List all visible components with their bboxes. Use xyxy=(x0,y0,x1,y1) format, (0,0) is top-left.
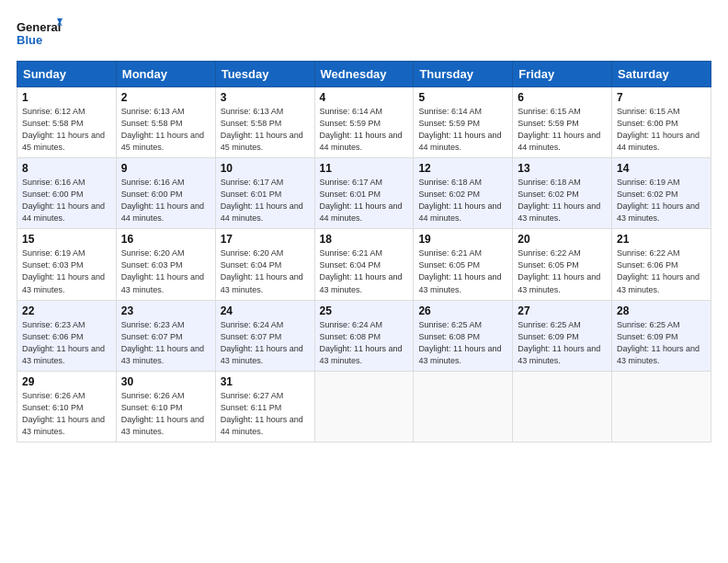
day-info: Sunrise: 6:24 AM Sunset: 6:07 PM Dayligh… xyxy=(221,319,310,367)
calendar-week-row: 15 Sunrise: 6:19 AM Sunset: 6:03 PM Dayl… xyxy=(17,229,711,300)
day-number: 7 xyxy=(617,91,706,104)
day-info: Sunrise: 6:19 AM Sunset: 6:03 PM Dayligh… xyxy=(22,247,111,295)
day-number: 19 xyxy=(418,233,507,246)
calendar-day-cell: 24 Sunrise: 6:24 AM Sunset: 6:07 PM Dayl… xyxy=(215,300,314,371)
day-number: 15 xyxy=(22,233,111,246)
calendar-day-cell: 7 Sunrise: 6:15 AM Sunset: 6:00 PM Dayli… xyxy=(612,87,711,158)
day-info: Sunrise: 6:21 AM Sunset: 6:04 PM Dayligh… xyxy=(320,247,409,295)
day-number: 12 xyxy=(418,162,507,175)
day-number: 16 xyxy=(121,233,210,246)
calendar-day-cell: 19 Sunrise: 6:21 AM Sunset: 6:05 PM Dayl… xyxy=(414,229,513,300)
calendar-day-cell: 31 Sunrise: 6:27 AM Sunset: 6:11 PM Dayl… xyxy=(215,371,314,442)
calendar-header-cell: Friday xyxy=(513,62,612,87)
day-number: 17 xyxy=(221,233,310,246)
day-info: Sunrise: 6:18 AM Sunset: 6:02 PM Dayligh… xyxy=(518,177,607,224)
calendar-day-cell xyxy=(513,371,612,442)
calendar-header-cell: Sunday xyxy=(17,62,117,87)
calendar-day-cell: 30 Sunrise: 6:26 AM Sunset: 6:10 PM Dayl… xyxy=(116,371,215,442)
day-info: Sunrise: 6:17 AM Sunset: 6:01 PM Dayligh… xyxy=(320,177,409,224)
day-number: 24 xyxy=(221,304,310,317)
calendar-header-cell: Wednesday xyxy=(314,62,414,87)
day-info: Sunrise: 6:16 AM Sunset: 6:00 PM Dayligh… xyxy=(22,177,111,224)
calendar-day-cell: 9 Sunrise: 6:16 AM Sunset: 6:00 PM Dayli… xyxy=(116,158,215,229)
calendar-day-cell xyxy=(414,371,513,442)
day-number: 4 xyxy=(320,91,409,104)
day-number: 10 xyxy=(221,162,310,175)
day-number: 13 xyxy=(518,162,607,175)
day-info: Sunrise: 6:17 AM Sunset: 6:01 PM Dayligh… xyxy=(221,177,310,224)
day-number: 14 xyxy=(617,162,706,175)
calendar-day-cell: 16 Sunrise: 6:20 AM Sunset: 6:03 PM Dayl… xyxy=(116,229,215,300)
svg-text:Blue: Blue xyxy=(17,33,42,47)
day-info: Sunrise: 6:25 AM Sunset: 6:08 PM Dayligh… xyxy=(418,319,507,367)
day-info: Sunrise: 6:26 AM Sunset: 6:10 PM Dayligh… xyxy=(22,390,111,438)
calendar-day-cell: 25 Sunrise: 6:24 AM Sunset: 6:08 PM Dayl… xyxy=(314,300,414,371)
day-info: Sunrise: 6:19 AM Sunset: 6:02 PM Dayligh… xyxy=(617,177,706,224)
day-info: Sunrise: 6:26 AM Sunset: 6:10 PM Dayligh… xyxy=(121,390,210,438)
calendar-day-cell: 5 Sunrise: 6:14 AM Sunset: 5:59 PM Dayli… xyxy=(414,87,513,158)
svg-text:General: General xyxy=(17,20,61,34)
header: General Blue xyxy=(17,17,711,52)
day-info: Sunrise: 6:15 AM Sunset: 5:59 PM Dayligh… xyxy=(518,106,607,154)
day-number: 1 xyxy=(22,91,111,104)
calendar-day-cell: 3 Sunrise: 6:13 AM Sunset: 5:58 PM Dayli… xyxy=(215,87,314,158)
calendar-day-cell: 22 Sunrise: 6:23 AM Sunset: 6:06 PM Dayl… xyxy=(17,300,117,371)
day-info: Sunrise: 6:21 AM Sunset: 6:05 PM Dayligh… xyxy=(418,247,507,295)
calendar-day-cell: 29 Sunrise: 6:26 AM Sunset: 6:10 PM Dayl… xyxy=(17,371,117,442)
day-info: Sunrise: 6:13 AM Sunset: 5:58 PM Dayligh… xyxy=(121,106,210,154)
day-number: 23 xyxy=(121,304,210,317)
day-info: Sunrise: 6:20 AM Sunset: 6:03 PM Dayligh… xyxy=(121,247,210,295)
calendar-day-cell: 6 Sunrise: 6:15 AM Sunset: 5:59 PM Dayli… xyxy=(513,87,612,158)
calendar-day-cell: 1 Sunrise: 6:12 AM Sunset: 5:58 PM Dayli… xyxy=(17,87,117,158)
calendar-day-cell xyxy=(314,371,414,442)
calendar-day-cell: 8 Sunrise: 6:16 AM Sunset: 6:00 PM Dayli… xyxy=(17,158,117,229)
calendar-day-cell: 27 Sunrise: 6:25 AM Sunset: 6:09 PM Dayl… xyxy=(513,300,612,371)
calendar-day-cell: 20 Sunrise: 6:22 AM Sunset: 6:05 PM Dayl… xyxy=(513,229,612,300)
day-number: 31 xyxy=(221,375,310,388)
calendar-day-cell: 28 Sunrise: 6:25 AM Sunset: 6:09 PM Dayl… xyxy=(612,300,711,371)
day-info: Sunrise: 6:24 AM Sunset: 6:08 PM Dayligh… xyxy=(320,319,409,367)
day-info: Sunrise: 6:18 AM Sunset: 6:02 PM Dayligh… xyxy=(418,177,507,224)
day-info: Sunrise: 6:25 AM Sunset: 6:09 PM Dayligh… xyxy=(617,319,706,367)
calendar-day-cell: 26 Sunrise: 6:25 AM Sunset: 6:08 PM Dayl… xyxy=(414,300,513,371)
day-number: 6 xyxy=(518,91,607,104)
calendar-day-cell: 13 Sunrise: 6:18 AM Sunset: 6:02 PM Dayl… xyxy=(513,158,612,229)
day-number: 2 xyxy=(121,91,210,104)
calendar-day-cell: 10 Sunrise: 6:17 AM Sunset: 6:01 PM Dayl… xyxy=(215,158,314,229)
day-info: Sunrise: 6:14 AM Sunset: 5:59 PM Dayligh… xyxy=(418,106,507,154)
calendar-header-cell: Thursday xyxy=(414,62,513,87)
day-number: 25 xyxy=(320,304,409,317)
calendar-day-cell: 2 Sunrise: 6:13 AM Sunset: 5:58 PM Dayli… xyxy=(116,87,215,158)
day-number: 18 xyxy=(320,233,409,246)
calendar-week-row: 8 Sunrise: 6:16 AM Sunset: 6:00 PM Dayli… xyxy=(17,158,711,229)
calendar-day-cell: 15 Sunrise: 6:19 AM Sunset: 6:03 PM Dayl… xyxy=(17,229,117,300)
calendar-day-cell: 11 Sunrise: 6:17 AM Sunset: 6:01 PM Dayl… xyxy=(314,158,414,229)
calendar-header-cell: Saturday xyxy=(612,62,711,87)
day-info: Sunrise: 6:16 AM Sunset: 6:00 PM Dayligh… xyxy=(121,177,210,224)
logo: General Blue xyxy=(17,17,63,52)
calendar-week-row: 22 Sunrise: 6:23 AM Sunset: 6:06 PM Dayl… xyxy=(17,300,711,371)
calendar-week-row: 1 Sunrise: 6:12 AM Sunset: 5:58 PM Dayli… xyxy=(17,87,711,158)
day-info: Sunrise: 6:13 AM Sunset: 5:58 PM Dayligh… xyxy=(221,106,310,154)
day-info: Sunrise: 6:27 AM Sunset: 6:11 PM Dayligh… xyxy=(221,390,310,438)
calendar-header-cell: Monday xyxy=(116,62,215,87)
calendar-header-cell: Tuesday xyxy=(215,62,314,87)
day-info: Sunrise: 6:23 AM Sunset: 6:07 PM Dayligh… xyxy=(121,319,210,367)
day-number: 5 xyxy=(418,91,507,104)
day-info: Sunrise: 6:22 AM Sunset: 6:05 PM Dayligh… xyxy=(518,247,607,295)
day-info: Sunrise: 6:12 AM Sunset: 5:58 PM Dayligh… xyxy=(22,106,111,154)
calendar-table: SundayMondayTuesdayWednesdayThursdayFrid… xyxy=(17,61,711,442)
day-info: Sunrise: 6:15 AM Sunset: 6:00 PM Dayligh… xyxy=(617,106,706,154)
calendar-day-cell: 4 Sunrise: 6:14 AM Sunset: 5:59 PM Dayli… xyxy=(314,87,414,158)
day-number: 28 xyxy=(617,304,706,317)
day-number: 9 xyxy=(121,162,210,175)
calendar-day-cell: 23 Sunrise: 6:23 AM Sunset: 6:07 PM Dayl… xyxy=(116,300,215,371)
day-info: Sunrise: 6:14 AM Sunset: 5:59 PM Dayligh… xyxy=(320,106,409,154)
day-info: Sunrise: 6:20 AM Sunset: 6:04 PM Dayligh… xyxy=(221,247,310,295)
day-number: 30 xyxy=(121,375,210,388)
day-number: 26 xyxy=(418,304,507,317)
calendar-week-row: 29 Sunrise: 6:26 AM Sunset: 6:10 PM Dayl… xyxy=(17,371,711,442)
calendar-day-cell: 14 Sunrise: 6:19 AM Sunset: 6:02 PM Dayl… xyxy=(612,158,711,229)
day-number: 8 xyxy=(22,162,111,175)
day-number: 27 xyxy=(518,304,607,317)
